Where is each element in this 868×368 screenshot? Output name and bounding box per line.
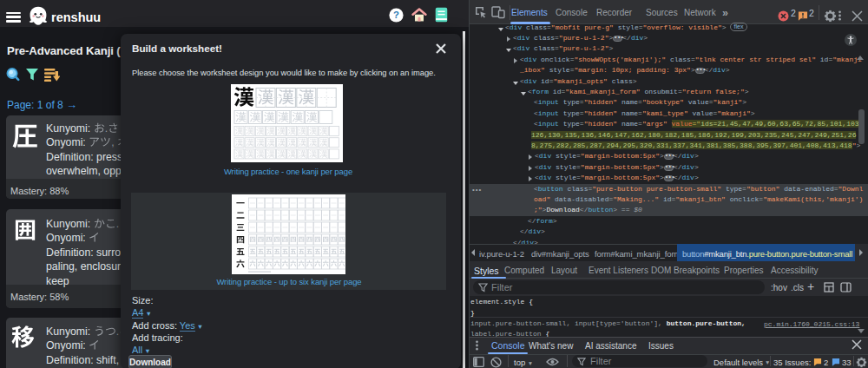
svg-text:?: ? <box>393 10 399 20</box>
